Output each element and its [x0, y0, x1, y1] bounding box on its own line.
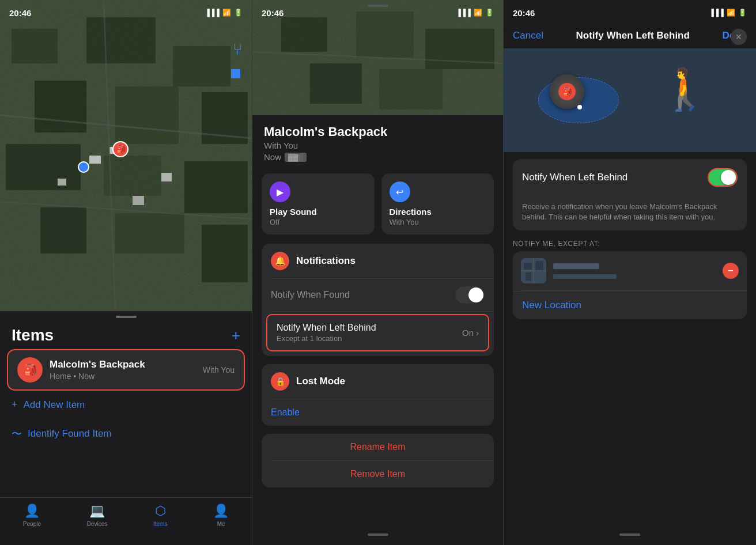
- chevron-right-icon: ›: [476, 328, 479, 338]
- illustration-area: 🎒 🚶: [504, 48, 756, 152]
- directions-title: Directions: [390, 207, 486, 217]
- tab-people[interactable]: 👤 People: [23, 504, 41, 527]
- tab-items[interactable]: ⬡ Items: [153, 504, 167, 527]
- notify-found-toggle[interactable]: [456, 286, 485, 304]
- directions-icon: ↩: [390, 181, 410, 202]
- sheet-header: Malcolm's Backpack With You Now ▓▓░: [252, 115, 503, 168]
- airtag-graphic: 🎒: [550, 74, 584, 109]
- lost-mode-header: 🔒 Lost Mode: [262, 364, 494, 399]
- airtag-icon-inner: 🎒: [558, 83, 576, 100]
- identify-found-item-row[interactable]: 〜 Identify Found Item: [0, 419, 252, 449]
- signal-icon3: ▐▐▐: [709, 9, 724, 17]
- notify-found-label: Notify When Found: [271, 290, 350, 300]
- me-icon: 👤: [213, 504, 229, 518]
- toggle-container: Notify When Left Behind: [513, 159, 747, 196]
- svg-rect-14: [89, 156, 101, 164]
- panel2-status-icons: ▐▐▐ 📶 🔋: [456, 9, 494, 17]
- fork-icon: ⑂: [233, 40, 243, 59]
- signal-icon: ▐▐▐: [205, 9, 220, 17]
- panel1-time: 20:46: [9, 8, 31, 18]
- tab-people-label: People: [23, 521, 41, 527]
- panel3-status-bar: 20:46 ▐▐▐ 📶 🔋: [504, 0, 756, 25]
- location-info: [553, 262, 723, 281]
- tab-items-label: Items: [153, 521, 167, 527]
- notify-left-info: Notify When Left Behind Except at 1 loca…: [277, 323, 462, 343]
- bottom-handle-p3: [619, 533, 640, 536]
- notifications-header: 🔔 Notifications: [262, 244, 494, 278]
- svg-rect-12: [115, 213, 184, 253]
- svg-rect-32: [535, 261, 543, 271]
- svg-rect-28: [379, 69, 443, 109]
- except-at-label: NOTIFY ME, EXCEPT AT:: [504, 230, 756, 251]
- items-header: Items +: [0, 318, 252, 349]
- svg-rect-4: [173, 46, 230, 86]
- toggle-label: Notify When Left Behind: [522, 172, 628, 183]
- radio-wave-icon: 〜: [12, 427, 22, 441]
- nav-bar: Cancel Notify When Left Behind Done: [504, 25, 756, 48]
- svg-rect-8: [6, 144, 81, 190]
- svg-rect-6: [115, 86, 179, 144]
- signal-icon2: ▐▐▐: [456, 9, 471, 17]
- tab-bar: 👤 People 💻 Devices ⬡ Items 👤 Me: [0, 497, 252, 545]
- cancel-button[interactable]: Cancel: [513, 30, 543, 41]
- lost-mode-title: Lost Mode: [296, 376, 345, 387]
- notify-found-row: Notify When Found: [262, 279, 494, 311]
- rename-item-button[interactable]: Rename Item: [262, 434, 494, 460]
- panel3-status-icons: ▐▐▐ 📶 🔋: [709, 9, 747, 17]
- panel2-item-detail: 20:46 ▐▐▐ 📶 🔋 ✕ Malcolm's Backpack With …: [252, 0, 504, 545]
- malcolm-backpack-item[interactable]: 🎒 Malcolm's Backpack Home • Now With You: [7, 349, 245, 391]
- sheet-item-subtitle: With You: [264, 141, 474, 150]
- remove-item-button[interactable]: Remove Item: [262, 461, 494, 487]
- notifications-section: 🔔 Notifications Notify When Found Notify…: [262, 244, 494, 356]
- tab-devices-label: Devices: [87, 521, 108, 527]
- panel1-status-icons: ▐▐▐ 📶 🔋: [205, 9, 243, 17]
- play-sound-card[interactable]: ▶ Play Sound Off: [262, 173, 375, 234]
- play-sound-sub: Off: [270, 218, 366, 226]
- locations-card: − New Location: [513, 251, 747, 319]
- notify-left-behind-row[interactable]: Notify When Left Behind Except at 1 loca…: [266, 314, 489, 351]
- map-area: 20:46 ▐▐▐ 📶 🔋 🎒 ⑂: [0, 0, 252, 311]
- identify-label: Identify Found Item: [28, 428, 112, 440]
- svg-rect-33: [526, 272, 531, 281]
- add-new-item-row[interactable]: + Add New Item: [0, 391, 252, 419]
- nav-title: Notify When Left Behind: [576, 30, 690, 41]
- svg-rect-5: [35, 81, 86, 133]
- add-new-label: Add New Item: [24, 399, 85, 411]
- tab-devices[interactable]: 💻 Devices: [87, 504, 108, 527]
- status-time-label: Now: [264, 152, 281, 162]
- items-icon: ⬡: [155, 504, 166, 518]
- svg-rect-10: [184, 161, 248, 213]
- lost-mode-section: 🔒 Lost Mode Enable: [262, 364, 494, 426]
- wifi-icon3: 📶: [727, 9, 735, 17]
- svg-rect-9: [104, 156, 161, 196]
- bottom-sheet: Items + 🎒 Malcolm's Backpack Home • Now …: [0, 311, 252, 545]
- notify-left-right: On ›: [462, 328, 479, 338]
- notify-left-title: Notify When Left Behind: [277, 323, 462, 333]
- battery-level-icon: ▓▓░: [285, 153, 307, 162]
- add-item-button[interactable]: +: [232, 327, 240, 345]
- directions-card[interactable]: ↩ Directions With You: [381, 173, 494, 234]
- location-sub: [553, 272, 723, 281]
- notify-left-behind-toggle[interactable]: [708, 168, 738, 187]
- new-location-button[interactable]: New Location: [513, 291, 747, 319]
- tab-me[interactable]: 👤 Me: [213, 504, 229, 527]
- item-icon: 🎒: [17, 357, 43, 383]
- svg-rect-2: [12, 29, 58, 63]
- sheet-item-status: Now ▓▓░: [264, 152, 474, 162]
- map-square: [231, 69, 240, 78]
- battery-icon: 🔋: [234, 9, 243, 17]
- panel3-time: 20:46: [513, 8, 535, 18]
- remove-location-button[interactable]: −: [723, 263, 739, 279]
- notification-bell-icon: 🔔: [271, 252, 289, 270]
- enable-lost-mode-button[interactable]: Enable: [262, 399, 494, 426]
- items-title: Items: [12, 326, 54, 345]
- location-row: −: [513, 251, 747, 290]
- panel2-time: 20:46: [262, 8, 284, 18]
- location-name: [553, 262, 723, 271]
- svg-rect-17: [58, 179, 66, 186]
- notifications-title: Notifications: [296, 255, 356, 267]
- close-button[interactable]: ✕: [731, 29, 747, 45]
- tab-me-label: Me: [217, 521, 225, 527]
- wifi-icon: 📶: [222, 9, 231, 17]
- item-name: Malcolm's Backpack: [50, 359, 203, 370]
